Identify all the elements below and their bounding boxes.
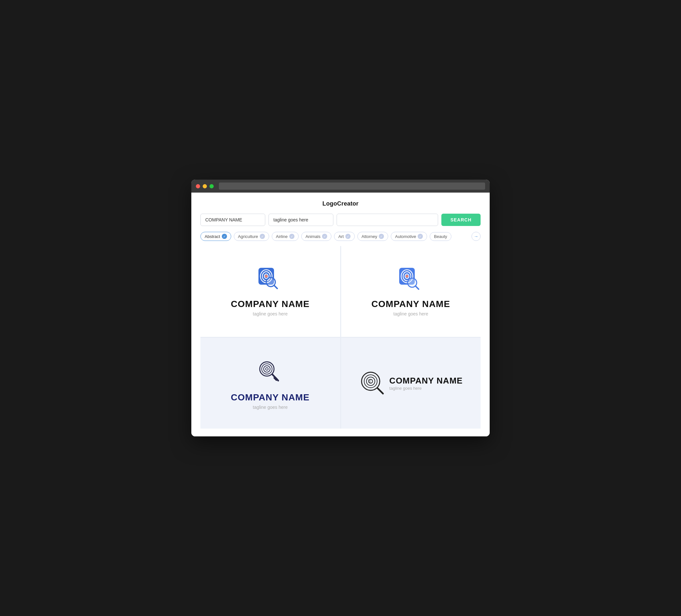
logo-icon-1 [257, 266, 283, 294]
app-window: LogoCreator SEARCH Abstract ✓ Agricultur… [191, 180, 490, 436]
svg-text:101: 101 [368, 381, 371, 383]
logo4-tagline: tagline goes here [389, 386, 463, 391]
airline-check-icon: ✓ [289, 234, 295, 239]
logo4-company-name: COMPANY NAME [389, 376, 463, 386]
search-bar: SEARCH [200, 214, 481, 226]
filter-next-button[interactable]: → [472, 232, 481, 241]
filter-animals-label: Animals [305, 234, 320, 239]
filter-abstract-label: Abstract [205, 234, 220, 239]
logo-icon-2 [398, 266, 424, 294]
logo1-company-name: COMPANY NAME [231, 299, 310, 309]
close-button[interactable] [196, 184, 200, 188]
search-button[interactable]: SEARCH [442, 214, 481, 226]
filter-beauty[interactable]: Beauty [430, 232, 451, 241]
agriculture-check-icon: ✓ [260, 234, 265, 239]
keyword-input[interactable] [336, 214, 438, 226]
svg-point-17 [262, 364, 272, 374]
logo4-text-col: COMPANY NAME tagline goes here [389, 376, 463, 391]
filter-automotive[interactable]: Automotive ✓ [391, 232, 427, 241]
logo2-tagline: tagline goes here [393, 311, 428, 316]
minimize-button[interactable] [203, 184, 207, 188]
maximize-button[interactable] [209, 184, 214, 188]
svg-line-28 [378, 388, 383, 393]
filter-airline[interactable]: Airline ✓ [272, 232, 299, 241]
logo-card-1[interactable]: COMPANY NAME tagline goes here [200, 246, 340, 337]
logo-card-4[interactable]: 010 101 COMPANY NAME tagline goes here [341, 338, 481, 429]
attorney-check-icon: ✓ [379, 234, 384, 239]
svg-line-7 [274, 285, 277, 288]
logo3-tagline: tagline goes here [253, 405, 288, 410]
company-name-input[interactable] [200, 214, 265, 226]
filter-beauty-label: Beauty [434, 234, 447, 239]
filter-airline-label: Airline [276, 234, 288, 239]
svg-point-4 [265, 275, 268, 278]
filter-bar: Abstract ✓ Agriculture ✓ Airline ✓ Anima… [200, 232, 481, 241]
animals-check-icon: ✓ [322, 234, 327, 239]
filter-art-label: Art [338, 234, 344, 239]
logo3-company-name: COMPANY NAME [231, 392, 310, 403]
logo2-company-name: COMPANY NAME [371, 299, 450, 309]
address-bar[interactable] [219, 182, 485, 190]
tagline-input[interactable] [269, 214, 333, 226]
svg-line-15 [415, 286, 419, 289]
logo-icon-3 [255, 357, 285, 387]
automotive-check-icon: ✓ [418, 234, 423, 239]
svg-point-13 [406, 275, 408, 278]
logo-card-3[interactable]: COMPANY NAME tagline goes here [200, 338, 340, 429]
filter-attorney-label: Attorney [361, 234, 377, 239]
logo1-tagline: tagline goes here [253, 311, 288, 316]
svg-point-19 [266, 368, 268, 370]
titlebar [191, 180, 490, 192]
art-check-icon: ✓ [345, 234, 351, 239]
filter-agriculture-label: Agriculture [238, 234, 258, 239]
logo4-row: 010 101 COMPANY NAME tagline goes here [359, 369, 463, 397]
filter-art[interactable]: Art ✓ [334, 232, 355, 241]
app-title: LogoCreator [200, 200, 481, 207]
filter-animals[interactable]: Animals ✓ [301, 232, 331, 241]
app-body: LogoCreator SEARCH Abstract ✓ Agricultur… [191, 192, 490, 436]
filter-attorney[interactable]: Attorney ✓ [357, 232, 388, 241]
logo-icon-4: 010 101 [359, 369, 385, 397]
logo-card-2[interactable]: COMPANY NAME tagline goes here [341, 246, 481, 337]
filter-agriculture[interactable]: Agriculture ✓ [234, 232, 269, 241]
svg-point-18 [263, 366, 270, 372]
filter-abstract[interactable]: Abstract ✓ [200, 232, 231, 241]
svg-point-8 [267, 279, 274, 286]
filter-automotive-label: Automotive [395, 234, 416, 239]
abstract-check-icon: ✓ [222, 234, 227, 239]
logo-grid: COMPANY NAME tagline goes here [200, 246, 481, 429]
